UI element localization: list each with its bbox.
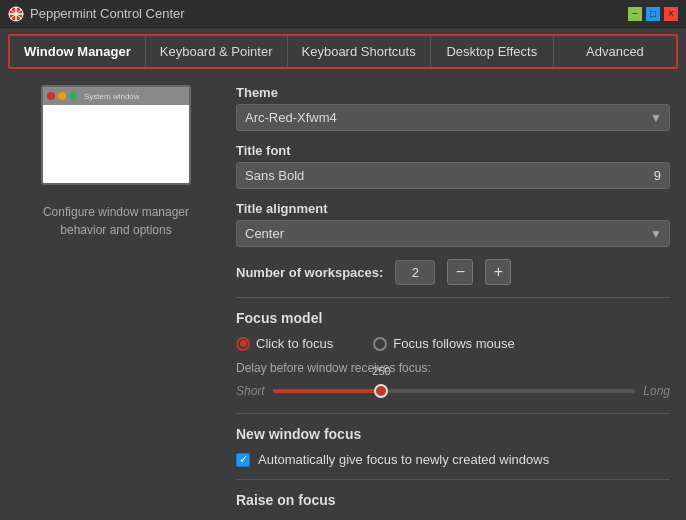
slider-short-label: Short	[236, 384, 265, 398]
title-alignment-label: Title alignment	[236, 201, 670, 216]
preview-body	[43, 105, 189, 183]
new-window-checkbox[interactable]: ✓	[236, 453, 250, 467]
title-alignment-group: Title alignment Center Left Right ▼	[236, 201, 670, 247]
titlebar-left: Peppermint Control Center	[8, 6, 185, 22]
maximize-button[interactable]: □	[646, 7, 660, 21]
new-window-title: New window focus	[236, 426, 670, 442]
tab-advanced[interactable]: Advanced	[554, 36, 676, 67]
title-font-label: Title font	[236, 143, 670, 158]
tab-keyboard-shortcuts[interactable]: Keyboard Shortcuts	[288, 36, 431, 67]
window-preview: System window	[41, 85, 191, 185]
theme-select[interactable]: Arc-Red-Xfwm4	[236, 104, 670, 131]
divider-3	[236, 479, 670, 480]
close-button[interactable]: ×	[664, 7, 678, 21]
tab-bar: Window Manager Keyboard & Pointer Keyboa…	[8, 34, 678, 69]
radio-focus-follows-mouse[interactable]: Focus follows mouse	[373, 336, 514, 351]
main-content: System window Configure window managerbe…	[0, 75, 686, 520]
preview-btn-min	[58, 92, 66, 100]
slider-row: Short 250 Long	[236, 381, 670, 401]
divider-2	[236, 413, 670, 414]
configure-text: Configure window managerbehavior and opt…	[43, 203, 189, 239]
new-window-checkbox-label: Automatically give focus to newly create…	[258, 452, 549, 467]
theme-group: Theme Arc-Red-Xfwm4 ▼	[236, 85, 670, 131]
preview-btn-max	[69, 92, 77, 100]
workspace-count: 2	[395, 260, 435, 285]
preview-window-label: System window	[84, 92, 140, 101]
font-name: Sans Bold	[245, 168, 304, 183]
app-icon	[8, 6, 24, 22]
theme-label: Theme	[236, 85, 670, 100]
delay-label: Delay before window receives focus:	[236, 361, 670, 375]
radio-click-label: Click to focus	[256, 336, 333, 351]
focus-model-title: Focus model	[236, 310, 670, 326]
slider-container: 250	[273, 381, 636, 401]
slider-value: 250	[372, 365, 390, 377]
slider-thumb[interactable]	[374, 384, 388, 398]
raise-title: Raise on focus	[236, 492, 670, 508]
slider-long-label: Long	[643, 384, 670, 398]
alignment-select[interactable]: Center Left Right	[236, 220, 670, 247]
radio-click-to-focus[interactable]: Click to focus	[236, 336, 333, 351]
checkbox-row[interactable]: ✓ Automatically give focus to newly crea…	[236, 452, 670, 467]
minimize-button[interactable]: −	[628, 7, 642, 21]
workspace-label: Number of workspaces:	[236, 265, 383, 280]
tab-window-manager[interactable]: Window Manager	[10, 36, 146, 67]
workspace-row: Number of workspaces: 2 − +	[236, 259, 670, 285]
raise-section: Raise on focus	[236, 492, 670, 508]
focus-options: Click to focus Focus follows mouse	[236, 336, 670, 351]
right-panel: Theme Arc-Red-Xfwm4 ▼ Title font Sans Bo…	[236, 85, 670, 518]
titlebar: Peppermint Control Center − □ ×	[0, 0, 686, 28]
tab-keyboard-pointer[interactable]: Keyboard & Pointer	[146, 36, 288, 67]
title-font-group: Title font Sans Bold 9	[236, 143, 670, 189]
radio-mouse-label: Focus follows mouse	[393, 336, 514, 351]
workspace-minus-button[interactable]: −	[447, 259, 473, 285]
alignment-select-wrapper: Center Left Right ▼	[236, 220, 670, 247]
slider-fill	[273, 389, 382, 393]
left-panel: System window Configure window managerbe…	[16, 85, 216, 518]
font-size: 9	[654, 168, 661, 183]
radio-click-circle	[236, 337, 250, 351]
font-row[interactable]: Sans Bold 9	[236, 162, 670, 189]
divider-1	[236, 297, 670, 298]
tab-desktop-effects[interactable]: Desktop Effects	[431, 36, 554, 67]
preview-titlebar: System window	[43, 87, 189, 105]
slider-track	[273, 389, 636, 393]
titlebar-controls: − □ ×	[628, 7, 678, 21]
radio-mouse-circle	[373, 337, 387, 351]
workspace-plus-button[interactable]: +	[485, 259, 511, 285]
titlebar-title: Peppermint Control Center	[30, 6, 185, 21]
theme-select-wrapper: Arc-Red-Xfwm4 ▼	[236, 104, 670, 131]
new-window-section: New window focus ✓ Automatically give fo…	[236, 426, 670, 467]
preview-btn-close	[47, 92, 55, 100]
